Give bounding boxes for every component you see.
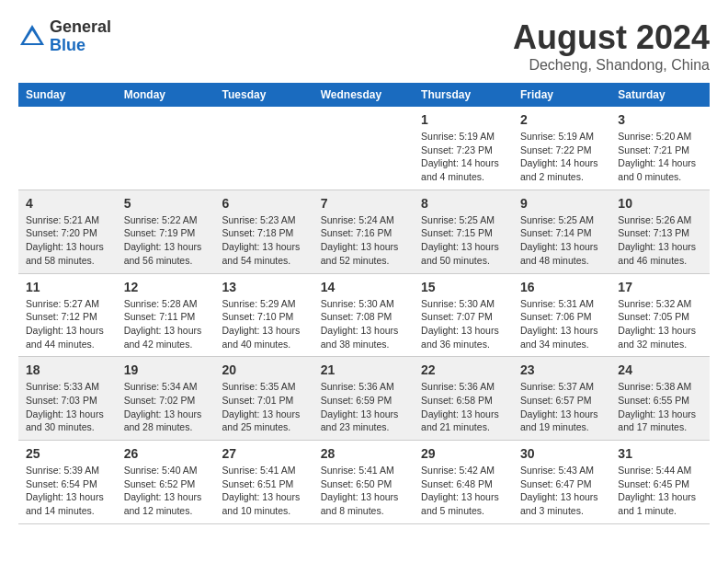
day-info: Sunrise: 5:42 AM Sunset: 6:48 PM Dayligh… [421,464,506,518]
day-info: Sunrise: 5:24 AM Sunset: 7:16 PM Dayligh… [321,213,406,268]
logo: General Blue [18,18,111,55]
day-number: 25 [26,446,109,461]
day-info: Sunrise: 5:41 AM Sunset: 6:51 PM Dayligh… [222,464,306,518]
calendar-cell [313,107,414,190]
day-number: 20 [222,362,306,377]
day-number: 14 [321,280,406,294]
calendar-cell: 16Sunrise: 5:31 AM Sunset: 7:06 PM Dayli… [513,273,610,357]
calendar-cell: 28Sunrise: 5:41 AM Sunset: 6:50 PM Dayli… [313,441,414,524]
day-info: Sunrise: 5:33 AM Sunset: 7:03 PM Dayligh… [26,380,109,434]
day-info: Sunrise: 5:25 AM Sunset: 7:14 PM Dayligh… [520,213,603,268]
calendar-cell [18,107,117,190]
calendar-week-row: 18Sunrise: 5:33 AM Sunset: 7:03 PM Dayli… [18,357,710,441]
day-number: 16 [520,280,603,294]
calendar-cell: 7Sunrise: 5:24 AM Sunset: 7:16 PM Daylig… [313,190,414,273]
day-number: 29 [421,446,506,461]
calendar-cell: 22Sunrise: 5:36 AM Sunset: 6:58 PM Dayli… [414,357,513,441]
day-number: 2 [520,112,603,127]
day-number: 1 [421,112,506,127]
calendar-week-row: 25Sunrise: 5:39 AM Sunset: 6:54 PM Dayli… [18,441,710,524]
day-of-week-header: Thursday [414,83,513,107]
calendar-cell: 18Sunrise: 5:33 AM Sunset: 7:03 PM Dayli… [18,357,117,441]
calendar-cell: 31Sunrise: 5:44 AM Sunset: 6:45 PM Dayli… [610,441,710,524]
calendar-cell: 14Sunrise: 5:30 AM Sunset: 7:08 PM Dayli… [313,273,414,357]
calendar-cell: 23Sunrise: 5:37 AM Sunset: 6:57 PM Dayli… [513,357,610,441]
calendar-cell: 3Sunrise: 5:20 AM Sunset: 7:21 PM Daylig… [610,107,710,190]
day-number: 30 [520,446,603,461]
day-of-week-header: Friday [513,83,610,107]
day-number: 23 [520,362,603,377]
day-number: 12 [124,280,208,294]
calendar-cell [117,107,215,190]
day-of-week-header: Saturday [610,83,710,107]
location-subtitle: Decheng, Shandong, China [513,57,710,74]
day-info: Sunrise: 5:20 AM Sunset: 7:21 PM Dayligh… [618,130,702,184]
day-info: Sunrise: 5:37 AM Sunset: 6:57 PM Dayligh… [520,380,603,434]
calendar-cell: 11Sunrise: 5:27 AM Sunset: 7:12 PM Dayli… [18,273,117,357]
header-row: SundayMondayTuesdayWednesdayThursdayFrid… [18,83,710,107]
day-number: 5 [124,196,208,211]
day-of-week-header: Sunday [18,83,117,107]
calendar-cell: 17Sunrise: 5:32 AM Sunset: 7:05 PM Dayli… [610,273,710,357]
calendar-cell: 26Sunrise: 5:40 AM Sunset: 6:52 PM Dayli… [117,441,215,524]
day-number: 4 [26,196,109,211]
day-number: 15 [421,280,506,294]
day-number: 9 [520,196,603,211]
day-info: Sunrise: 5:29 AM Sunset: 7:10 PM Dayligh… [222,297,306,351]
calendar-cell: 12Sunrise: 5:28 AM Sunset: 7:11 PM Dayli… [117,273,215,357]
calendar-week-row: 11Sunrise: 5:27 AM Sunset: 7:12 PM Dayli… [18,273,710,357]
calendar-cell: 25Sunrise: 5:39 AM Sunset: 6:54 PM Dayli… [18,441,117,524]
day-info: Sunrise: 5:26 AM Sunset: 7:13 PM Dayligh… [618,213,702,268]
day-number: 17 [618,280,702,294]
day-number: 26 [124,446,208,461]
day-info: Sunrise: 5:41 AM Sunset: 6:50 PM Dayligh… [321,464,406,518]
day-info: Sunrise: 5:19 AM Sunset: 7:23 PM Dayligh… [421,130,506,184]
calendar-cell: 5Sunrise: 5:22 AM Sunset: 7:19 PM Daylig… [117,190,215,273]
calendar-cell: 10Sunrise: 5:26 AM Sunset: 7:13 PM Dayli… [610,190,710,273]
day-info: Sunrise: 5:25 AM Sunset: 7:15 PM Dayligh… [421,213,506,268]
logo-blue-label: Blue [50,37,111,55]
day-number: 10 [618,196,702,211]
calendar-cell: 21Sunrise: 5:36 AM Sunset: 6:59 PM Dayli… [313,357,414,441]
day-of-week-header: Monday [117,83,215,107]
day-number: 22 [421,362,506,377]
day-info: Sunrise: 5:32 AM Sunset: 7:05 PM Dayligh… [618,297,702,351]
logo-general-label: General [50,18,111,37]
calendar-cell: 4Sunrise: 5:21 AM Sunset: 7:20 PM Daylig… [18,190,117,273]
calendar-cell [215,107,313,190]
day-number: 18 [26,362,109,377]
day-number: 24 [618,362,702,377]
day-info: Sunrise: 5:36 AM Sunset: 6:59 PM Dayligh… [321,380,406,434]
calendar-cell: 24Sunrise: 5:38 AM Sunset: 6:55 PM Dayli… [610,357,710,441]
day-info: Sunrise: 5:27 AM Sunset: 7:12 PM Dayligh… [26,297,109,351]
day-info: Sunrise: 5:28 AM Sunset: 7:11 PM Dayligh… [124,297,208,351]
day-info: Sunrise: 5:38 AM Sunset: 6:55 PM Dayligh… [618,380,702,434]
day-of-week-header: Wednesday [313,83,414,107]
day-info: Sunrise: 5:21 AM Sunset: 7:20 PM Dayligh… [26,213,109,268]
day-number: 27 [222,446,306,461]
calendar-cell: 19Sunrise: 5:34 AM Sunset: 7:02 PM Dayli… [117,357,215,441]
day-info: Sunrise: 5:44 AM Sunset: 6:45 PM Dayligh… [618,464,702,518]
day-number: 3 [618,112,702,127]
page-header: General Blue August 2024 Decheng, Shando… [18,18,710,74]
calendar-cell: 2Sunrise: 5:19 AM Sunset: 7:22 PM Daylig… [513,107,610,190]
day-number: 7 [321,196,406,211]
month-year-title: August 2024 [513,18,710,57]
day-number: 13 [222,280,306,294]
calendar-cell: 15Sunrise: 5:30 AM Sunset: 7:07 PM Dayli… [414,273,513,357]
day-info: Sunrise: 5:30 AM Sunset: 7:08 PM Dayligh… [321,297,406,351]
day-number: 19 [124,362,208,377]
calendar-cell: 27Sunrise: 5:41 AM Sunset: 6:51 PM Dayli… [215,441,313,524]
day-number: 31 [618,446,702,461]
day-info: Sunrise: 5:22 AM Sunset: 7:19 PM Dayligh… [124,213,208,268]
calendar-cell: 13Sunrise: 5:29 AM Sunset: 7:10 PM Dayli… [215,273,313,357]
calendar-cell: 8Sunrise: 5:25 AM Sunset: 7:15 PM Daylig… [414,190,513,273]
logo-icon [18,23,46,51]
day-info: Sunrise: 5:19 AM Sunset: 7:22 PM Dayligh… [520,130,603,184]
calendar-cell: 30Sunrise: 5:43 AM Sunset: 6:47 PM Dayli… [513,441,610,524]
day-info: Sunrise: 5:43 AM Sunset: 6:47 PM Dayligh… [520,464,603,518]
calendar-cell: 1Sunrise: 5:19 AM Sunset: 7:23 PM Daylig… [414,107,513,190]
title-block: August 2024 Decheng, Shandong, China [513,18,710,74]
calendar-cell: 29Sunrise: 5:42 AM Sunset: 6:48 PM Dayli… [414,441,513,524]
day-number: 21 [321,362,406,377]
